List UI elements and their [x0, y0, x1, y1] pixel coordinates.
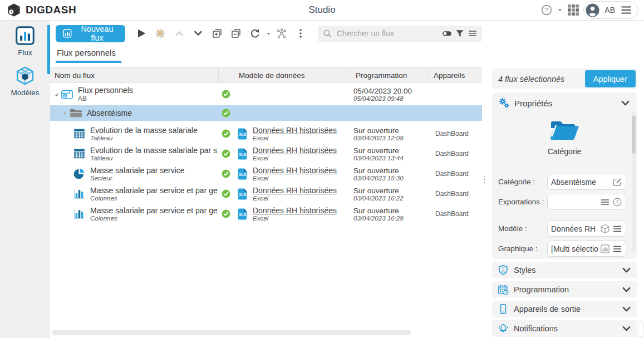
sidebar-item-modeles[interactable]: Modèles [11, 66, 39, 97]
search-input[interactable] [336, 28, 439, 38]
property-field: Graphique : [Multi sélection] [498, 241, 626, 257]
flux-name: Absentéisme [87, 109, 132, 117]
status-ok-icon [221, 89, 231, 99]
status-cell [218, 189, 234, 199]
field-label: Exportations : [498, 198, 547, 206]
edit-icon[interactable] [612, 177, 622, 187]
filter-icon[interactable] [455, 28, 465, 38]
data-model-link[interactable]: Données RH historisées [253, 166, 337, 175]
new-flux-button[interactable]: Nouveau flux [56, 25, 125, 42]
user-menu[interactable]: AB [583, 1, 638, 19]
menu-icon[interactable] [600, 197, 610, 207]
help-caret-icon[interactable] [557, 4, 563, 16]
tree-expander-icon[interactable] [52, 92, 59, 97]
apply-button[interactable]: Appliquer [585, 70, 636, 87]
properties-title: Propriétés [514, 99, 615, 108]
field-input[interactable]: [Multi sélection] [547, 241, 626, 257]
table-row[interactable]: Evolution de la masse salariale Tableau … [50, 124, 482, 144]
column-header-status[interactable] [218, 68, 234, 82]
expand-all-icon[interactable] [208, 25, 227, 42]
column-header-modele[interactable]: Modèle de données [234, 68, 351, 82]
data-model-link[interactable]: Données RH historisées [253, 186, 337, 195]
menu-dark-icon[interactable] [612, 224, 622, 234]
tab-flux-personnels[interactable]: Flux personnels [56, 46, 121, 63]
chart-gray-icon[interactable] [600, 244, 610, 254]
devices-cell: DashBoard [429, 130, 482, 138]
flux-name-cell: Evolution de la masse salariale par s...… [50, 146, 218, 161]
table-row[interactable]: Masse salariale par service et par ge...… [50, 204, 482, 224]
gear-disabled-icon[interactable] [151, 25, 170, 42]
table-row[interactable]: Masse salariale par service Secteur XLS … [50, 164, 482, 184]
menu-dark-icon[interactable] [612, 244, 622, 254]
kebab-icon[interactable] [291, 25, 310, 42]
table-row[interactable]: Evolution de la masse salariale par s...… [50, 144, 482, 164]
chevron-down-icon[interactable] [621, 285, 632, 295]
cube-gray-icon[interactable] [600, 224, 610, 234]
model-cell: XLS Données RH historisées Excel [234, 146, 351, 161]
main-area: Nouveau flux Flux personnels Nom du flux… [50, 21, 482, 338]
toolbar-buttons [132, 25, 310, 42]
impact-icon[interactable] [272, 25, 291, 42]
flux-name: Masse salariale par service et par ge... [90, 206, 218, 215]
category-preview: Catégorie [498, 117, 631, 156]
xls-icon: XLS [237, 148, 248, 160]
header-controls: ? AB [540, 1, 644, 19]
apps-grid-icon[interactable] [567, 4, 579, 16]
properties-header[interactable]: Propriétés [498, 97, 631, 109]
model-subtitle: Excel [253, 155, 337, 161]
field-input[interactable]: Données RH his [547, 221, 626, 237]
schedule-icon [498, 284, 509, 295]
status-ok-icon [221, 209, 231, 219]
data-model-link[interactable]: Données RH historisées [253, 146, 337, 155]
flux-subtitle: Tableau [90, 135, 198, 141]
panel-splitter[interactable] [482, 21, 488, 338]
help-icon[interactable]: ? [612, 197, 622, 207]
folder-icon [70, 107, 82, 119]
chevron-down-icon[interactable] [621, 304, 632, 315]
field-value: [Multi sélection] [551, 244, 598, 253]
toggle-icon[interactable] [442, 28, 452, 38]
section-label: Notifications [514, 324, 616, 333]
accordion-section[interactable]: Notifications [492, 320, 637, 337]
sidebar-item-flux[interactable]: Flux [15, 26, 35, 57]
accordion-section[interactable]: {}CSS Styles [492, 262, 637, 278]
accordion-section[interactable]: Programmation [492, 281, 637, 298]
column-header-nom-du-flux[interactable]: Nom du flux [50, 68, 218, 82]
horizontal-scrollbar[interactable] [52, 330, 411, 335]
play-icon[interactable] [132, 25, 151, 42]
portfolio-icon [61, 88, 73, 100]
collapse-all-icon[interactable] [227, 25, 245, 42]
flux-name-cell: Evolution de la masse salariale Tableau [50, 126, 218, 141]
help-icon[interactable]: ? [540, 4, 553, 16]
panel-scrollbar-thumb[interactable] [638, 321, 643, 337]
chevron-down-icon[interactable] [621, 324, 632, 334]
flux-name-cell: Masse salariale par service et par ge...… [50, 186, 218, 202]
table-row[interactable]: Masse salariale par service et par ge...… [50, 184, 482, 204]
schedule-value: Sur ouverture [353, 207, 429, 215]
properties-scrollbar-thumb[interactable] [632, 116, 636, 154]
chevron-down-icon[interactable] [620, 98, 631, 109]
chevron-up-icon[interactable] [170, 25, 189, 42]
models-cube-icon [15, 66, 35, 86]
caret-down-icon[interactable] [264, 25, 272, 42]
refresh-icon[interactable] [245, 25, 264, 42]
field-input[interactable]: ? [547, 194, 626, 210]
devices-cell: DashBoard [429, 190, 482, 198]
hamburger-icon[interactable] [620, 4, 632, 16]
column-header-programmation[interactable]: Programmation [351, 68, 429, 82]
table-row[interactable]: Flux personnels AB 05/04/2023 20:00 05/0… [50, 83, 482, 105]
flux-subtitle: AB [78, 95, 133, 102]
data-model-link[interactable]: Données RH historisées [253, 126, 337, 135]
accordion-section[interactable]: Appareils de sortie [492, 301, 637, 317]
chevron-down-icon[interactable] [621, 265, 632, 276]
columns-icon [73, 188, 86, 200]
chevron-down-icon[interactable] [189, 25, 208, 42]
table-row[interactable]: Absentéisme [50, 105, 482, 121]
menu-icon[interactable] [468, 28, 478, 38]
tree-expander-icon[interactable] [61, 111, 68, 116]
svg-text:XLS: XLS [239, 193, 246, 197]
user-initials: AB [604, 6, 615, 14]
column-header-appareils[interactable]: Appareils [429, 68, 482, 82]
field-input[interactable]: Absentéisme [547, 174, 626, 190]
data-model-link[interactable]: Données RH historisées [253, 206, 337, 215]
